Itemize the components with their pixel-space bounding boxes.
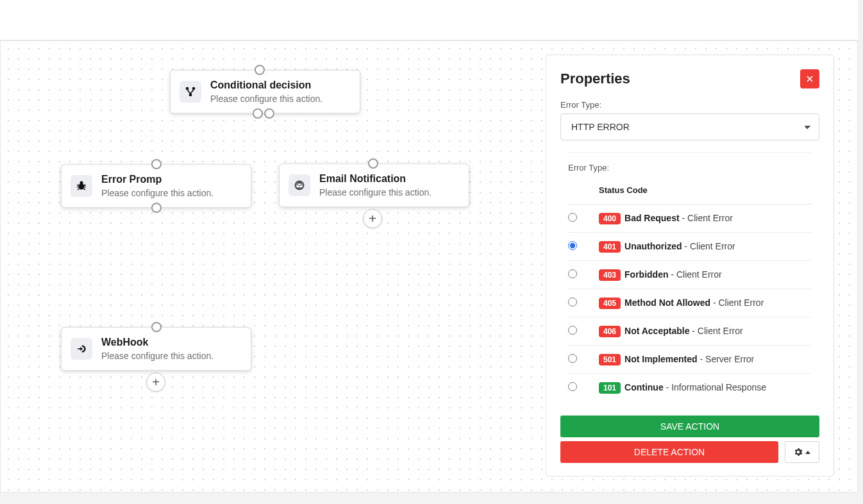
status-code-list: 400Bad Request - Client Error401Unauthor… — [568, 205, 812, 401]
status-code-row[interactable]: 401Unauthorized - Client Error — [568, 233, 812, 261]
status-radio[interactable] — [568, 298, 577, 307]
status-tail: - Client Error — [668, 269, 721, 280]
status-tail: - Client Error — [710, 298, 764, 308]
close-button[interactable] — [800, 69, 819, 88]
status-code-row[interactable]: 501Not Implemented - Server Error — [568, 346, 812, 374]
svg-point-5 — [192, 87, 196, 90]
save-action-button[interactable]: SAVE ACTION — [560, 416, 819, 437]
svg-line-9 — [77, 185, 79, 185]
divider — [568, 152, 812, 153]
error-type-label: Error Type: — [560, 100, 819, 110]
bug-icon — [71, 175, 92, 197]
status-tail: - Informational Response — [664, 382, 766, 392]
page-footer-strip — [0, 492, 863, 504]
status-code-row[interactable]: 403Forbidden - Client Error — [568, 261, 812, 289]
status-badge: 501 — [599, 354, 621, 365]
status-code-header: Status Code — [599, 185, 812, 195]
node-error-prompt[interactable]: Error Promp Please configure this action… — [61, 164, 251, 208]
svg-point-8 — [80, 181, 83, 185]
delete-action-button[interactable]: DELETE ACTION — [560, 441, 778, 463]
node-webhook[interactable]: WebHook Please configure this action. — [61, 327, 251, 371]
conditional-icon — [180, 81, 201, 103]
status-badge: 406 — [599, 326, 621, 337]
add-node-button[interactable]: + — [363, 209, 382, 228]
status-tail: - Client Error — [682, 241, 735, 251]
status-table-header: Status Code — [568, 185, 812, 205]
action-settings-button[interactable] — [785, 441, 819, 463]
port-in[interactable] — [255, 65, 265, 75]
status-badge: 403 — [599, 269, 621, 281]
properties-panel: Properties Error Type: HTTP ERROR Error … — [546, 55, 834, 476]
status-tail: - Client Error — [689, 326, 742, 336]
status-name: Not Acceptable — [624, 326, 689, 336]
status-radio[interactable] — [568, 269, 577, 278]
status-radio[interactable] — [568, 213, 577, 222]
node-title: Conditional decision — [210, 80, 323, 91]
error-type-label-2: Error Type: — [568, 163, 812, 172]
port-in[interactable] — [151, 322, 162, 332]
svg-line-10 — [83, 185, 85, 185]
status-code-row[interactable]: 406Not Acceptable - Client Error — [568, 317, 812, 346]
status-badge: 401 — [599, 241, 621, 253]
node-title: Error Promp — [101, 174, 214, 185]
status-radio[interactable] — [568, 241, 577, 250]
status-name: Bad Request — [624, 213, 680, 223]
status-name: Method Not Allowed — [624, 298, 710, 308]
status-badge: 405 — [599, 298, 621, 309]
gear-icon — [794, 448, 803, 457]
share-icon — [71, 338, 92, 360]
status-tail: - Client Error — [680, 213, 733, 223]
status-badge: 400 — [599, 213, 621, 224]
status-badge: 101 — [599, 382, 621, 394]
top-bar — [0, 0, 863, 40]
node-subtitle: Please configure this action. — [101, 188, 214, 198]
status-name: Not Implemented — [624, 354, 698, 364]
add-node-button[interactable]: + — [146, 373, 165, 392]
status-name: Forbidden — [624, 269, 668, 280]
node-subtitle: Please configure this action. — [319, 187, 432, 197]
status-radio[interactable] — [568, 354, 577, 363]
port-out-left[interactable] — [253, 108, 263, 119]
svg-point-6 — [189, 94, 192, 97]
status-name: Unauthorized — [624, 241, 682, 251]
node-subtitle: Please configure this action. — [210, 94, 323, 104]
node-title: Email Notification — [319, 173, 432, 185]
node-conditional-decision[interactable]: Conditional decision Please configure th… — [170, 70, 360, 113]
node-subtitle: Please configure this action. — [101, 351, 214, 361]
status-code-row[interactable]: 101Continue - Informational Response — [568, 374, 812, 401]
error-type-select[interactable]: HTTP ERROR — [560, 113, 819, 140]
svg-point-4 — [186, 87, 189, 90]
port-out-right[interactable] — [264, 108, 274, 119]
caret-up-icon — [805, 451, 810, 454]
page-scrollbar[interactable] — [858, 0, 863, 504]
port-out[interactable] — [151, 203, 162, 213]
panel-heading: Properties — [560, 71, 630, 87]
status-radio[interactable] — [568, 326, 577, 335]
svg-line-13 — [78, 189, 80, 190]
status-radio[interactable] — [568, 382, 577, 391]
status-tail: - Server Error — [698, 354, 755, 364]
port-in[interactable] — [368, 158, 378, 169]
envelope-icon — [289, 174, 310, 196]
node-title: WebHook — [101, 337, 214, 348]
status-code-row[interactable]: 400Bad Request - Client Error — [568, 205, 812, 233]
port-in[interactable] — [151, 159, 162, 169]
status-name: Continue — [624, 382, 664, 392]
node-email-notification[interactable]: Email Notification Please configure this… — [279, 164, 469, 207]
status-code-row[interactable]: 405Method Not Allowed - Client Error — [568, 289, 812, 317]
close-icon — [806, 75, 814, 83]
svg-line-14 — [83, 189, 85, 190]
